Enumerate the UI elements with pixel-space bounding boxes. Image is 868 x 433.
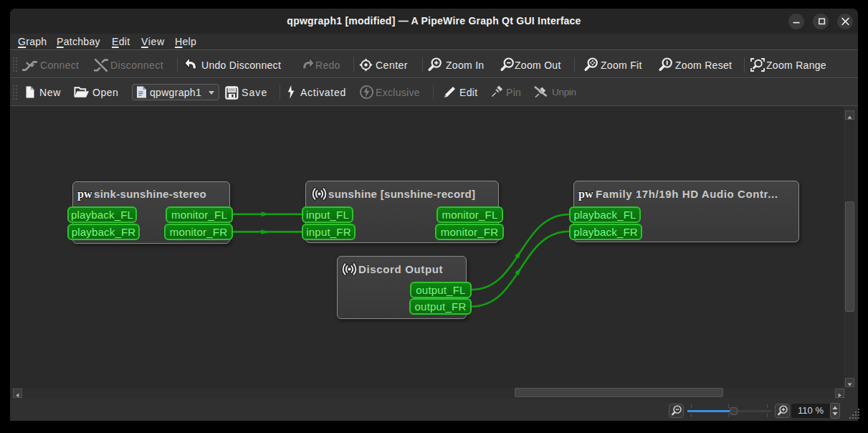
- svg-text:pw: pw: [578, 188, 593, 201]
- svg-text:pw: pw: [77, 188, 92, 201]
